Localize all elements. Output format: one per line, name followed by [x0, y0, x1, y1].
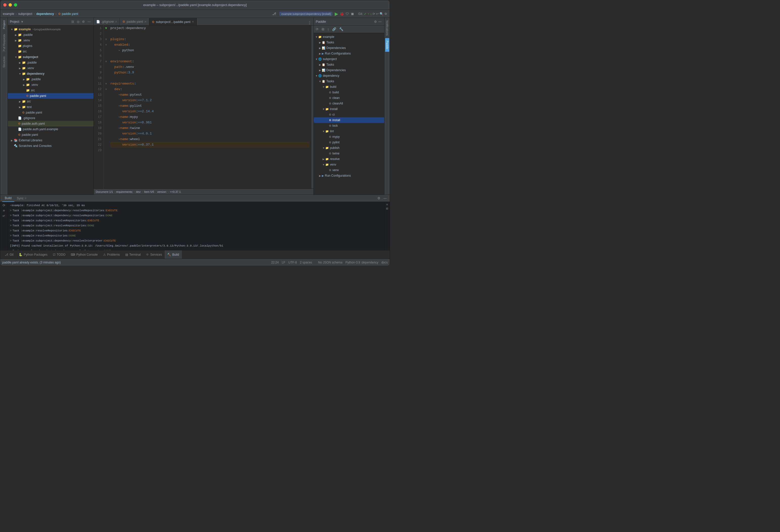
bottom-tab-sync-close[interactable]: ✕	[25, 197, 27, 200]
bts-item-todo[interactable]: ☑ TODO	[50, 250, 68, 259]
task-item-example-deps[interactable]: ▶ 📊 Dependencies	[314, 45, 384, 51]
task-item-mypy[interactable]: ⚙ mypy	[314, 134, 384, 140]
task-item-example-tasks[interactable]: ▶ 📋 Tasks	[314, 40, 384, 45]
sort-button[interactable]: ↕	[326, 27, 330, 32]
editor-code-area[interactable]: project: dependency plugins: enabled: - …	[108, 25, 311, 189]
project-dropdown[interactable]: example:subproject:dependency [install]	[279, 12, 333, 16]
tree-item-src3[interactable]: ▶ 📁 src	[8, 99, 93, 104]
tree-item-test[interactable]: ▶ 📁 test	[8, 104, 93, 110]
task-item-resolve-folder[interactable]: ▶ 📁 resolve	[314, 156, 384, 162]
coverage-button[interactable]: 🛡	[346, 12, 349, 16]
build-rs-2[interactable]: ⊟	[386, 207, 388, 210]
editor-content[interactable]: 1 2 3 4 5 6 7 8 9 10 11 12 13 14	[94, 25, 313, 189]
build-rs-1[interactable]: ≡	[386, 203, 388, 206]
breadcrumb-item-paddle-yaml[interactable]: paddle.yaml	[62, 12, 78, 16]
task-item-example-run[interactable]: ▶ ▶ Run Configurations	[314, 51, 384, 56]
task-item-dependency[interactable]: ▼ 🌐 dependency	[314, 73, 384, 78]
status-encoding[interactable]: UTF-8	[288, 261, 297, 264]
tree-item-subproject[interactable]: ▼ 📁 subproject	[8, 54, 93, 60]
tree-item-paddle2[interactable]: ▶ 📁 .paddle	[8, 60, 93, 65]
git-indicator[interactable]: Git: ✓ ↑ ↓ ⟳ ↩ 🔍 ⚙	[358, 12, 387, 16]
tab-close-subproject-paddle-yaml[interactable]: ✕	[192, 20, 194, 23]
tree-item-venv3[interactable]: ▶ 📁 .venv	[8, 82, 93, 88]
breadcrumb-requirements[interactable]: requirements:	[116, 190, 133, 193]
breadcrumb-version[interactable]: version:	[157, 190, 167, 193]
build-settings-button[interactable]: ⚙	[376, 196, 381, 201]
collapse-all-button[interactable]: ⊟	[71, 20, 75, 24]
fold-4[interactable]: ▼	[104, 42, 108, 48]
status-schema[interactable]: No JSON schema	[318, 261, 343, 264]
tree-item-paddle-yaml-root[interactable]: ⚙ paddle.yaml	[8, 132, 93, 138]
task-item-lock[interactable]: ⚙ lock	[314, 123, 384, 128]
run-button[interactable]: ▶	[335, 11, 338, 17]
tab-close-paddle-yaml[interactable]: ✕	[144, 20, 147, 23]
status-position[interactable]: 22:24	[271, 261, 279, 264]
tree-item-plugins[interactable]: 📁 plugins	[8, 43, 93, 49]
bts-item-build[interactable]: 🔨 Build	[165, 250, 182, 259]
task-item-clean[interactable]: ⚙ clean	[314, 95, 384, 101]
tab-subproject-paddle-yaml[interactable]: ⚙ subproject/.../paddle.yaml ✕	[149, 18, 197, 25]
tree-item-external-libs[interactable]: ▶ 📚 External Libraries	[8, 138, 93, 143]
status-interpreter[interactable]: Python-3.9 :dependency	[346, 261, 378, 264]
git-undo-icon[interactable]: ↩	[376, 12, 379, 16]
tree-item-paddle1[interactable]: ▶ 📁 .paddle	[8, 32, 93, 38]
task-item-publish-folder[interactable]: ▼ 📁 publish	[314, 145, 384, 151]
bts-item-python-packages[interactable]: 🐍 Python Packages	[16, 250, 50, 259]
debug-button[interactable]: 🐞	[340, 12, 344, 16]
tree-item-venv2[interactable]: ▶ 📁 .venv	[8, 65, 93, 71]
tree-item-venv1[interactable]: ▶ 📁 .venv	[8, 38, 93, 43]
build-word-wrap[interactable]: ↵	[3, 214, 5, 218]
tree-item-paddle-auth-yaml[interactable]: ⚙ paddle.auth.yaml	[8, 121, 93, 126]
status-docs[interactable]: docs	[381, 261, 388, 264]
task-item-build-folder[interactable]: ▼ 📁 build	[314, 84, 384, 90]
task-item-twine[interactable]: ⚙ twine	[314, 151, 384, 156]
expand-all-button[interactable]: ⊞	[321, 27, 325, 32]
task-item-run-configs[interactable]: ▶ ▶ Run Configurations	[314, 173, 384, 178]
task-item-dependency-tasks[interactable]: ▼ 📋 Tasks	[314, 78, 384, 84]
breadcrumb-item-example[interactable]: example	[3, 12, 14, 16]
project-panel-dropdown[interactable]: ▼	[21, 20, 23, 23]
fold-3[interactable]: ▼	[104, 37, 108, 42]
right-edge-tab-notifications[interactable]: Notifications	[385, 18, 389, 38]
close-panel-button[interactable]: —	[87, 20, 91, 24]
bts-item-terminal[interactable]: ▤ Terminal	[123, 250, 143, 259]
task-item-venv[interactable]: ⚙ venv	[314, 167, 384, 173]
task-item-lint-folder[interactable]: ▼ 📁 lint	[314, 128, 384, 134]
task-item-pylint[interactable]: ⚙ pylint	[314, 140, 384, 145]
link-button[interactable]: 🔗	[331, 27, 337, 32]
status-line-ending[interactable]: LF	[282, 261, 285, 264]
bottom-tab-sync[interactable]: Sync ✕	[14, 195, 30, 202]
tree-item-paddle-yaml-dep[interactable]: ⚙ paddle.yaml	[8, 93, 93, 99]
tree-item-paddle-yaml-sub[interactable]: ⚙ paddle.yaml	[8, 110, 93, 115]
right-panel-settings[interactable]: ⚙	[373, 20, 378, 24]
tab-close-gitignore[interactable]: ✕	[115, 20, 117, 23]
close-button[interactable]	[3, 3, 7, 7]
tree-item-example[interactable]: ▼ 📁 example ~/prog/paddle/example	[8, 26, 93, 32]
task-item-venv-folder[interactable]: ▼ 📁 venv	[314, 162, 384, 167]
task-item-install[interactable]: ⚙ install	[314, 117, 384, 123]
build-close-button[interactable]: —	[382, 196, 388, 201]
tree-item-src2[interactable]: 📁 src	[8, 88, 93, 93]
git-refresh-icon[interactable]: ⟳	[373, 12, 375, 16]
fold-1[interactable]: ▼	[104, 25, 108, 31]
task-item-build[interactable]: ⚙ build	[314, 90, 384, 95]
fold-12[interactable]: ▼	[104, 87, 108, 92]
sidebar-tab-pull-requests[interactable]: Pull Requests	[2, 32, 7, 54]
bts-item-python-console[interactable]: ⌨ Python Console	[68, 250, 101, 259]
tree-item-dependency[interactable]: ▼ 📁 dependency	[8, 71, 93, 76]
sidebar-tab-structure[interactable]: Structure	[2, 54, 7, 70]
filter-button[interactable]: 🔧	[338, 27, 344, 32]
breadcrumb-dev[interactable]: dev:	[136, 190, 141, 193]
task-item-install-folder[interactable]: ▼ 📁 install	[314, 106, 384, 112]
bottom-tab-build[interactable]: Build	[2, 195, 14, 202]
stop-button[interactable]: ⏹	[351, 12, 354, 16]
git-settings-icon[interactable]: ⚙	[384, 12, 387, 16]
vcs-button[interactable]: ⎇	[271, 11, 277, 16]
tree-item-scratches[interactable]: 🔩 Scratches and Consoles	[8, 143, 93, 149]
tab-more-button[interactable]: ⋮	[307, 20, 311, 25]
sidebar-tab-project[interactable]: Project	[2, 18, 7, 32]
breadcrumb-item-dependency[interactable]: dependency	[36, 12, 54, 16]
settings-button[interactable]: ⚙	[81, 20, 86, 24]
status-indent[interactable]: 2 spaces	[300, 261, 312, 264]
git-search-icon[interactable]: 🔍	[380, 12, 383, 16]
